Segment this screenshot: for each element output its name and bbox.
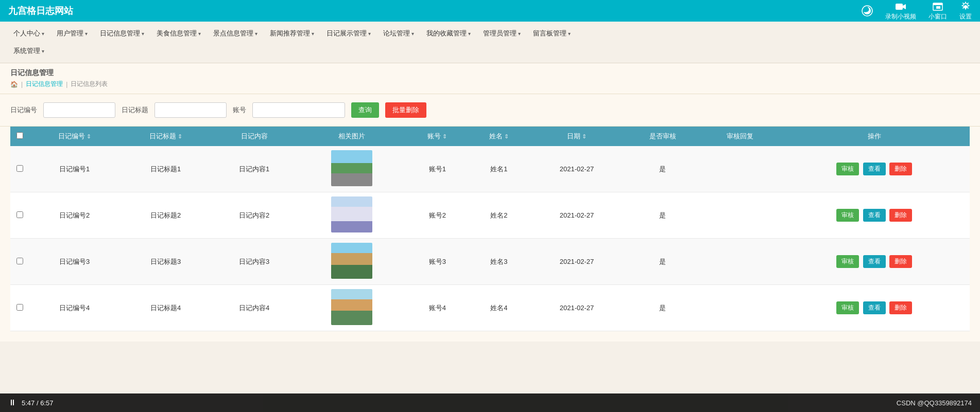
breadcrumb-sep-2: | xyxy=(66,81,67,88)
row-checkbox-3[interactable] xyxy=(16,304,23,311)
view-button-1[interactable]: 查看 xyxy=(863,209,886,222)
row-diary-no-2: 日记编号3 xyxy=(29,239,120,285)
row-diary-content-2: 日记内容3 xyxy=(211,239,297,285)
table-header-diary-title[interactable]: 日记标题 xyxy=(120,127,211,146)
row-checkbox-2[interactable] xyxy=(16,258,23,264)
nav-news-recommend-management[interactable]: 新闻推荐管理 ▾ xyxy=(265,26,319,41)
nav-food-info-management[interactable]: 美食信息管理 ▾ xyxy=(151,26,206,41)
row-date-1: 2021-02-27 xyxy=(530,192,624,239)
chevron-down-icon: ▾ xyxy=(368,31,371,37)
table-header-name[interactable]: 姓名 xyxy=(468,127,530,146)
search-section: 日记编号 日记标题 账号 查询 批量删除 xyxy=(0,94,980,127)
row-diary-title-3: 日记标题4 xyxy=(120,285,211,331)
breadcrumb-section: 日记信息管理 🏠 | 日记信息管理 | 日记信息列表 xyxy=(0,63,980,94)
audit-button-2[interactable]: 审核 xyxy=(836,255,859,268)
account-input[interactable] xyxy=(252,102,345,118)
breadcrumb-home[interactable]: 🏠 xyxy=(10,81,18,88)
view-button-2[interactable]: 查看 xyxy=(863,255,886,268)
svg-marker-2 xyxy=(903,4,906,9)
audit-button-0[interactable]: 审核 xyxy=(836,163,859,175)
nav-bar: 个人中心 ▾ 用户管理 ▾ 日记信息管理 ▾ 美食信息管理 ▾ 景点信息管理 ▾… xyxy=(0,22,980,63)
row-img-cell-2 xyxy=(297,239,407,285)
record-video-icon xyxy=(895,1,906,12)
table-header-account[interactable]: 账号 xyxy=(407,127,469,146)
settings-icon xyxy=(960,1,971,12)
diary-number-input[interactable] xyxy=(43,102,115,118)
svg-rect-1 xyxy=(896,4,903,10)
nav-personal-center[interactable]: 个人中心 ▾ xyxy=(8,26,49,41)
nav-scenic-info-management[interactable]: 景点信息管理 ▾ xyxy=(208,26,263,41)
record-video-label: 录制小视频 xyxy=(885,12,916,21)
row-action-2: 审核 查看 删除 xyxy=(779,239,970,285)
breadcrumb-diary-info-mgmt[interactable]: 日记信息管理 xyxy=(26,80,63,88)
row-review-reply-2 xyxy=(701,239,779,285)
batch-delete-button[interactable]: 批量删除 xyxy=(385,102,426,118)
row-action-1: 审核 查看 删除 xyxy=(779,192,970,239)
chevron-down-icon: ▾ xyxy=(568,31,571,37)
nav-user-management[interactable]: 用户管理 ▾ xyxy=(51,26,93,41)
row-checkbox-cell-0 xyxy=(10,146,29,192)
table-header-date[interactable]: 日期 xyxy=(530,127,624,146)
table-header-row: 日记编号 日记标题 日记内容 相关图片 账号 姓名 日期 是否审核 审核回复 操… xyxy=(10,127,970,146)
row-review-reply-1 xyxy=(701,192,779,239)
small-window-tool[interactable]: 小窗口 xyxy=(929,1,947,21)
delete-button-2[interactable]: 删除 xyxy=(889,255,912,268)
settings-tool[interactable]: 设置 xyxy=(959,1,972,21)
chevron-down-icon: ▾ xyxy=(468,31,471,37)
table-header-diary-no[interactable]: 日记编号 xyxy=(29,127,120,146)
diary-number-label: 日记编号 xyxy=(10,105,37,115)
row-diary-title-2: 日记标题3 xyxy=(120,239,211,285)
row-diary-no-3: 日记编号4 xyxy=(29,285,120,331)
table-header-diary-content: 日记内容 xyxy=(211,127,297,146)
table-header-action: 操作 xyxy=(779,127,970,146)
settings-label: 设置 xyxy=(959,12,972,21)
row-name-1: 姓名2 xyxy=(468,192,530,239)
row-date-3: 2021-02-27 xyxy=(530,285,624,331)
table-header-review-reply: 审核回复 xyxy=(701,127,779,146)
row-action-3: 审核 查看 删除 xyxy=(779,285,970,331)
delete-button-3[interactable]: 删除 xyxy=(889,301,912,314)
chevron-down-icon: ▾ xyxy=(42,31,44,37)
delete-button-0[interactable]: 删除 xyxy=(889,163,912,175)
table-header-related-images: 相关图片 xyxy=(297,127,407,146)
nav-diary-info-management[interactable]: 日记信息管理 ▾ xyxy=(95,26,149,41)
nav-message-board-management[interactable]: 留言板管理 ▾ xyxy=(528,26,576,41)
table-section: 日记编号 日记标题 日记内容 相关图片 账号 姓名 日期 是否审核 审核回复 操… xyxy=(0,127,980,342)
view-button-0[interactable]: 查看 xyxy=(863,163,886,175)
search-button[interactable]: 查询 xyxy=(351,102,379,118)
view-button-3[interactable]: 查看 xyxy=(863,301,886,314)
audit-button-3[interactable]: 审核 xyxy=(836,301,859,314)
audit-button-1[interactable]: 审核 xyxy=(836,209,859,222)
header: 九宫格日志网站 录制小视频 小窗口 xyxy=(0,0,980,22)
nav-diary-display-management[interactable]: 日记展示管理 ▾ xyxy=(321,26,376,41)
table-header-is-reviewed: 是否审核 xyxy=(624,127,701,146)
browser-icon-tool[interactable] xyxy=(862,5,873,16)
row-is-reviewed-0: 是 xyxy=(624,146,701,192)
svg-rect-4 xyxy=(933,3,942,5)
row-name-3: 姓名4 xyxy=(468,285,530,331)
row-checkbox-0[interactable] xyxy=(16,165,23,172)
row-img-cell-0 xyxy=(297,146,407,192)
chevron-down-icon: ▾ xyxy=(255,31,257,37)
row-diary-title-0: 日记标题1 xyxy=(120,146,211,192)
diary-image-0 xyxy=(331,150,372,186)
row-img-cell-3 xyxy=(297,285,407,331)
select-all-checkbox[interactable] xyxy=(16,132,23,139)
row-checkbox-1[interactable] xyxy=(16,211,23,218)
record-video-tool[interactable]: 录制小视频 xyxy=(885,1,916,21)
nav-admin-management[interactable]: 管理员管理 ▾ xyxy=(478,26,526,41)
nav-system-management[interactable]: 系统管理 ▾ xyxy=(8,43,49,59)
table-header-checkbox xyxy=(10,127,29,146)
chevron-down-icon: ▾ xyxy=(142,31,144,37)
breadcrumb: 🏠 | 日记信息管理 | 日记信息列表 xyxy=(10,80,970,88)
row-date-2: 2021-02-27 xyxy=(530,239,624,285)
row-diary-content-0: 日记内容1 xyxy=(211,146,297,192)
row-is-reviewed-3: 是 xyxy=(624,285,701,331)
delete-button-1[interactable]: 删除 xyxy=(889,209,912,222)
nav-forum-management[interactable]: 论坛管理 ▾ xyxy=(378,26,419,41)
diary-title-input[interactable] xyxy=(154,102,227,118)
small-window-label: 小窗口 xyxy=(929,12,947,21)
site-title: 九宫格日志网站 xyxy=(8,5,73,17)
nav-my-collection-management[interactable]: 我的收藏管理 ▾ xyxy=(421,26,476,41)
row-is-reviewed-2: 是 xyxy=(624,239,701,285)
